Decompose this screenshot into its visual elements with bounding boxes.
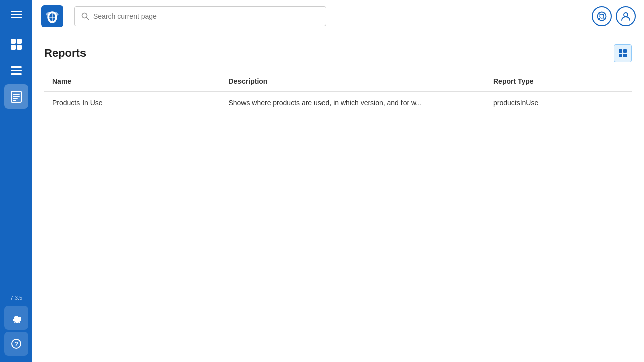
main-container: Reports Name Description Report Type bbox=[32, 0, 644, 362]
svg-rect-12 bbox=[13, 96, 20, 97]
svg-rect-0 bbox=[11, 11, 22, 12]
svg-rect-34 bbox=[623, 49, 627, 53]
page-content: Reports Name Description Report Type bbox=[32, 32, 644, 362]
app-logo bbox=[40, 4, 64, 28]
sidebar-item-list[interactable] bbox=[4, 58, 28, 82]
cell-report-type: productsInUse bbox=[485, 91, 632, 114]
svg-rect-7 bbox=[11, 66, 22, 68]
svg-point-32 bbox=[624, 13, 628, 17]
svg-rect-5 bbox=[11, 45, 16, 50]
svg-rect-3 bbox=[11, 39, 16, 44]
logo-image bbox=[41, 5, 63, 27]
version-label: 7.3.5 bbox=[10, 295, 22, 301]
table-row[interactable]: Products In Use Shows where products are… bbox=[44, 91, 632, 114]
cell-name: Products In Use bbox=[44, 91, 220, 114]
svg-line-25 bbox=[87, 17, 89, 20]
svg-rect-8 bbox=[11, 70, 22, 71]
sidebar-nav bbox=[4, 32, 28, 295]
table-head: Name Description Report Type bbox=[44, 72, 632, 91]
topbar-right bbox=[592, 6, 636, 26]
svg-rect-36 bbox=[623, 54, 627, 57]
support-button[interactable] bbox=[592, 6, 612, 26]
sidebar-item-dashboard[interactable] bbox=[4, 32, 28, 56]
grid-view-button[interactable] bbox=[614, 44, 632, 62]
svg-point-27 bbox=[600, 14, 604, 18]
search-input[interactable] bbox=[93, 12, 319, 20]
svg-rect-9 bbox=[11, 73, 22, 75]
help-button[interactable]: ? bbox=[4, 332, 28, 356]
sidebar-bottom: 7.3.5 ? bbox=[4, 295, 28, 362]
svg-rect-13 bbox=[13, 98, 18, 99]
topbar bbox=[32, 0, 644, 32]
svg-rect-33 bbox=[619, 49, 622, 53]
svg-rect-11 bbox=[13, 94, 20, 95]
sidebar: 7.3.5 ? bbox=[0, 0, 32, 362]
svg-rect-14 bbox=[13, 100, 16, 101]
svg-text:?: ? bbox=[14, 340, 18, 348]
table-body: Products In Use Shows where products are… bbox=[44, 91, 632, 114]
table-header-row: Name Description Report Type bbox=[44, 72, 632, 91]
page-header: Reports bbox=[44, 44, 632, 62]
settings-button[interactable] bbox=[4, 306, 28, 330]
menu-button[interactable] bbox=[0, 0, 32, 28]
svg-rect-4 bbox=[17, 39, 22, 44]
svg-rect-1 bbox=[11, 14, 22, 15]
col-header-report-type: Report Type bbox=[485, 72, 632, 91]
search-bar[interactable] bbox=[74, 6, 326, 26]
svg-rect-2 bbox=[11, 17, 22, 18]
search-icon bbox=[81, 12, 89, 20]
cell-description: Shows where products are used, in which … bbox=[220, 91, 485, 114]
col-header-description: Description bbox=[220, 72, 485, 91]
sidebar-item-reports[interactable] bbox=[4, 84, 28, 109]
svg-rect-6 bbox=[17, 45, 22, 50]
col-header-name: Name bbox=[44, 72, 220, 91]
user-button[interactable] bbox=[616, 6, 636, 26]
reports-table: Name Description Report Type Products In… bbox=[44, 72, 632, 114]
page-title: Reports bbox=[44, 47, 86, 60]
svg-rect-35 bbox=[619, 54, 622, 57]
